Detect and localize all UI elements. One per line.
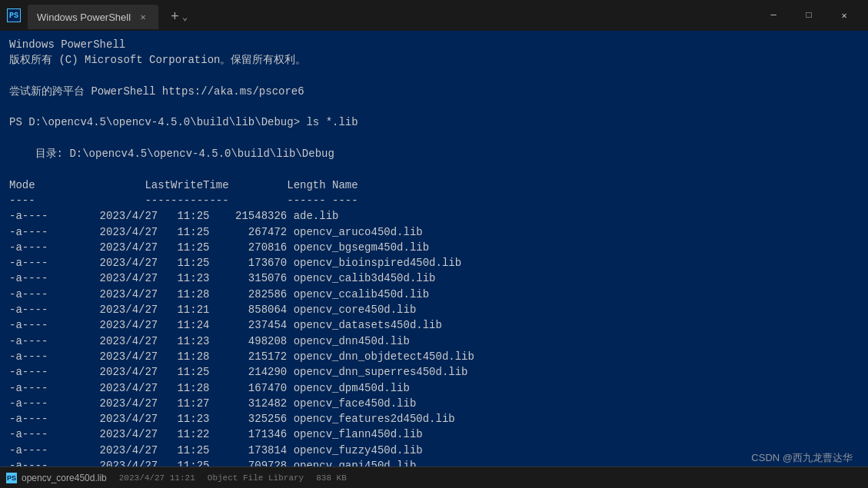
close-btn[interactable]: ✕ [826,0,862,31]
taskbar-item-1: PS opencv_core450d.lib [6,473,107,483]
maximize-btn[interactable]: □ [791,0,826,31]
file-row: -a---- 2023/4/27 11:25 173670 opencv_bio… [9,255,859,271]
file-row: -a---- 2023/4/27 11:23 325256 opencv_fea… [9,411,859,427]
taskbar-file-label: opencv_core450d.lib [22,473,107,483]
intro-blank1 [9,68,859,84]
terminal-area[interactable]: Windows PowerShell 版权所有 (C) Microsoft Co… [0,31,868,488]
tab-title: Windows PowerShell [37,12,131,23]
intro-blank2 [9,99,859,115]
file-row: -a---- 2023/4/27 11:27 312482 opencv_fac… [9,396,859,411]
powershell-icon: PS [6,8,22,23]
file-row: -a---- 2023/4/27 11:28 282586 opencv_cca… [9,287,859,302]
col-header: Mode LastWriteTime Length Name [9,178,859,193]
file-row: -a---- 2023/4/27 11:22 171346 opencv_fla… [9,427,859,442]
blank-before-cols [9,161,859,177]
file-list: -a---- 2023/4/27 11:25 21548326 ade.lib-… [9,208,859,473]
intro-line2: 版权所有 (C) Microsoft Corporation。保留所有权利。 [9,52,859,68]
file-row: -a---- 2023/4/27 11:25 214290 opencv_dnn… [9,364,859,380]
dir-label: 目录: D:\opencv4.5\opencv-4.5.0\build\lib\… [9,146,859,161]
file-row: -a---- 2023/4/27 11:24 237454 opencv_dat… [9,317,859,333]
taskbar-date: 2023/4/27 11:21 [119,473,195,483]
file-row: -a---- 2023/4/27 11:25 267472 opencv_aru… [9,224,859,240]
watermark: CSDN @西九龙曹达华 [751,451,853,465]
file-row: -a---- 2023/4/27 11:23 498208 opencv_dnn… [9,334,859,349]
file-row: -a---- 2023/4/27 11:25 173814 opencv_fuz… [9,443,859,458]
taskbar-ps-icon: PS [6,473,17,483]
intro-line4: 尝试新的跨平台 PowerShell https://aka.ms/pscore… [9,84,859,99]
ps-icon-inner: PS [7,8,21,22]
blank-after-prompt [9,131,859,146]
prompt-line: PS D:\opencv4.5\opencv-4.5.0\build\lib\D… [9,115,859,130]
tab-dropdown-btn[interactable]: ⌄ [182,12,188,23]
taskbar-type: Object File Library [208,473,304,483]
file-row: -a---- 2023/4/27 11:21 858064 opencv_cor… [9,302,859,317]
file-row: -a---- 2023/4/27 11:28 215172 opencv_dnn… [9,349,859,364]
col-divider: ---- ------------- ------ ---- [9,193,859,208]
taskbar-preview: PS opencv_core450d.lib 2023/4/27 11:21 O… [0,466,868,488]
window-controls: ─ □ ✕ [756,0,862,31]
intro-line1: Windows PowerShell [9,37,859,52]
taskbar-size: 838 KB [316,473,347,483]
title-bar: PS Windows PowerShell ✕ + ⌄ ─ □ ✕ [0,0,868,31]
minimize-btn[interactable]: ─ [756,0,791,31]
file-row: -a---- 2023/4/27 11:28 167470 opencv_dpm… [9,380,859,396]
active-tab[interactable]: Windows PowerShell ✕ [28,5,158,29]
new-tab-plus: + [171,9,179,25]
new-tab-btn[interactable]: + ⌄ [165,5,194,29]
title-bar-left: PS Windows PowerShell ✕ + ⌄ [6,2,756,29]
file-row: -a---- 2023/4/27 11:23 315076 opencv_cal… [9,271,859,286]
tab-close-btn[interactable]: ✕ [137,11,149,23]
file-row: -a---- 2023/4/27 11:25 21548326 ade.lib [9,208,859,224]
file-row: -a---- 2023/4/27 11:25 270816 opencv_bgs… [9,240,859,255]
